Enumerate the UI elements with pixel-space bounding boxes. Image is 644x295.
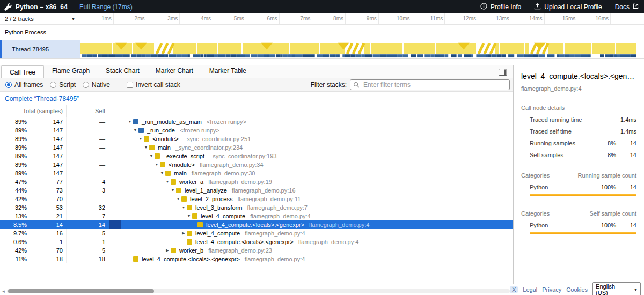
filter-stacks-input[interactable] xyxy=(350,79,510,90)
invert-call-stack-checkbox[interactable] xyxy=(127,82,133,88)
function-name: _execute_script xyxy=(163,152,204,160)
category-name: Python xyxy=(521,184,548,190)
expand-arrow-icon[interactable]: ▶ xyxy=(180,229,187,238)
scroll-left-icon[interactable]: ◂ xyxy=(0,289,7,294)
expand-arrow-icon[interactable]: ▼ xyxy=(132,126,138,135)
category-icon xyxy=(171,248,176,253)
tab-call-tree[interactable]: Call Tree xyxy=(1,65,44,78)
call-tree-row[interactable]: 42%705▶worker_bflamegraph_demo.py:23 xyxy=(0,246,513,255)
profile-info-button[interactable]: Profile Info xyxy=(480,3,521,11)
expand-arrow-icon[interactable]: ▼ xyxy=(170,186,176,195)
total-count: 147 xyxy=(27,152,63,160)
function-name: level_4_compute.<locals>.<genexpr> xyxy=(206,220,304,229)
scrollbar-track[interactable] xyxy=(7,289,510,293)
ruler-tick: 6ms xyxy=(246,13,280,24)
upload-profile-button[interactable]: Upload Local Profile xyxy=(534,3,602,11)
category-icon xyxy=(187,205,192,210)
total-samples-cell: 42%70 xyxy=(0,195,67,203)
expand-arrow-icon[interactable]: ▶ xyxy=(164,246,171,255)
full-range-link[interactable]: Full Range (17ms) xyxy=(79,3,133,11)
category-strip xyxy=(109,126,121,135)
function-name: level_1_analyze xyxy=(185,186,227,195)
footer: XLegalPrivacyCookies English (US) ▼ xyxy=(510,284,644,295)
expand-arrow-icon[interactable]: ▼ xyxy=(159,169,165,178)
footer-link-x[interactable]: X xyxy=(510,286,518,293)
call-tree-row[interactable]: 89%147—▼_run_module_as_main<frozen runpy… xyxy=(0,117,513,126)
call-tree-row[interactable]: 89%147—▼_run_code<frozen runpy> xyxy=(0,126,513,135)
call-tree-row[interactable]: 89%147—▼_execute_script_sync_coordinator… xyxy=(0,152,513,160)
thread-track-label[interactable]: Thread-78495 xyxy=(2,40,80,58)
language-label: English (US) xyxy=(596,283,628,295)
footer-link-cookies[interactable]: Cookies xyxy=(566,286,588,293)
thread-track[interactable]: Thread-78495 xyxy=(0,40,644,59)
tab-marker-chart[interactable]: Marker Chart xyxy=(148,65,201,78)
call-tree-row[interactable]: 13%217▼level_4_computeflamegraph_demo.py… xyxy=(0,212,513,220)
category-row: Python100%14 xyxy=(521,222,636,228)
tab-flame-graph[interactable]: Flame Graph xyxy=(44,65,98,78)
call-tree-row[interactable]: 11%1818level_4_compute.<locals>.<genexpr… xyxy=(0,255,513,263)
stack-frame-cell: ▶level_4_computeflamegraph_demo.py:4 xyxy=(121,229,513,238)
scrollbar-thumb[interactable] xyxy=(8,289,154,293)
detail-row: Running samples8%14 xyxy=(521,140,636,146)
radio-script-label[interactable]: Script xyxy=(59,81,76,88)
category-icon xyxy=(138,128,144,133)
tab-marker-table[interactable]: Marker Table xyxy=(201,65,254,78)
file-location: flamegraph_demo.py:4 xyxy=(250,212,311,220)
radio-native-label[interactable]: Native xyxy=(92,81,110,88)
ruler-tick: 14ms xyxy=(511,13,545,24)
process-group-header[interactable]: Python Process xyxy=(0,25,644,40)
expand-arrow-icon[interactable]: ▼ xyxy=(127,117,133,126)
invert-call-stack-label[interactable]: Invert call stack xyxy=(136,81,180,88)
radio-all-frames-label[interactable]: All frames xyxy=(14,81,43,88)
breadcrumb-root-link[interactable]: Complete “Thread-78495” xyxy=(5,95,79,102)
ruler-tick: 15ms xyxy=(545,13,578,24)
self-samples-cell: — xyxy=(67,135,109,143)
chevron-down-icon: ▼ xyxy=(71,17,75,21)
radio-native[interactable] xyxy=(83,82,89,88)
detail-row: Self samples8%14 xyxy=(521,152,636,158)
expand-arrow-icon[interactable]: ▼ xyxy=(153,160,160,169)
call-tree-row[interactable]: 89%147—▼<module>flamegraph_demo.py:34 xyxy=(0,160,513,169)
categories-heading: CategoriesRunning sample count xyxy=(521,172,636,179)
docs-link[interactable]: Docs xyxy=(615,3,639,11)
call-tree-header: Total (samples) Self xyxy=(0,105,513,117)
tab-stack-chart[interactable]: Stack Chart xyxy=(98,65,148,78)
language-select[interactable]: English (US) ▼ xyxy=(592,282,641,295)
radio-script[interactable] xyxy=(50,82,56,88)
footer-link-legal[interactable]: Legal xyxy=(523,286,537,293)
expand-arrow-icon[interactable]: ▼ xyxy=(164,178,171,186)
call-tree-row[interactable]: 89%147—▼<module>_sync_coordinator.py:251 xyxy=(0,135,513,143)
track-activity-graph[interactable] xyxy=(80,40,644,58)
call-tree-row[interactable]: 89%147—▼mainflamegraph_demo.py:30 xyxy=(0,169,513,178)
stack-frame-cell: level_4_compute.<locals>.<genexpr>flameg… xyxy=(121,238,513,246)
expand-arrow-icon[interactable]: ▼ xyxy=(180,203,187,212)
call-tree-row[interactable]: 8.5%1414level_4_compute.<locals>.<genexp… xyxy=(0,220,513,229)
call-tree-row[interactable]: 47%774▼worker_aflamegraph_demo.py:19 xyxy=(0,178,513,186)
column-header-total[interactable]: Total (samples) xyxy=(0,105,67,117)
expand-arrow-icon[interactable]: ▼ xyxy=(186,212,192,220)
call-tree-row[interactable]: 9.7%165▶level_4_computeflamegraph_demo.p… xyxy=(0,229,513,238)
column-header-self[interactable]: Self xyxy=(67,105,109,117)
category-bar xyxy=(530,232,636,234)
stack-frame-cell: ▶worker_bflamegraph_demo.py:23 xyxy=(121,246,513,255)
tracks-count-dropdown[interactable]: 2 / 2 tracks ▼ xyxy=(0,13,80,24)
self-samples-cell: — xyxy=(67,117,109,126)
call-tree-row[interactable]: 44%733▼level_1_analyzeflamegraph_demo.py… xyxy=(0,186,513,195)
expand-arrow-icon[interactable]: ▼ xyxy=(148,152,155,160)
call-tree-row[interactable]: 32%5332▼level_3_transformflamegraph_demo… xyxy=(0,203,513,212)
ruler-tick: 4ms xyxy=(180,13,213,24)
detail-row: Traced self time1.4ms xyxy=(521,128,636,135)
call-tree-row[interactable]: 89%147—▼main_sync_coordinator.py:234 xyxy=(0,143,513,152)
expand-arrow-icon[interactable]: ▼ xyxy=(137,135,144,143)
sidebar-toggle-button[interactable] xyxy=(499,69,507,76)
footer-link-privacy[interactable]: Privacy xyxy=(542,286,561,293)
total-samples-cell: 44%73 xyxy=(0,186,67,195)
total-percent: 8.5% xyxy=(0,220,27,229)
radio-all-frames[interactable] xyxy=(5,82,12,88)
expand-arrow-icon[interactable]: ▼ xyxy=(143,143,149,152)
detail-value: 1.4ms xyxy=(620,128,636,135)
expand-arrow-icon[interactable]: ▼ xyxy=(175,195,181,203)
call-tree-row[interactable]: 0.6%11level_4_compute.<locals>.<genexpr>… xyxy=(0,238,513,246)
category-bar xyxy=(530,194,636,196)
call-tree-row[interactable]: 42%70—▼level_2_processflamegraph_demo.py… xyxy=(0,195,513,203)
